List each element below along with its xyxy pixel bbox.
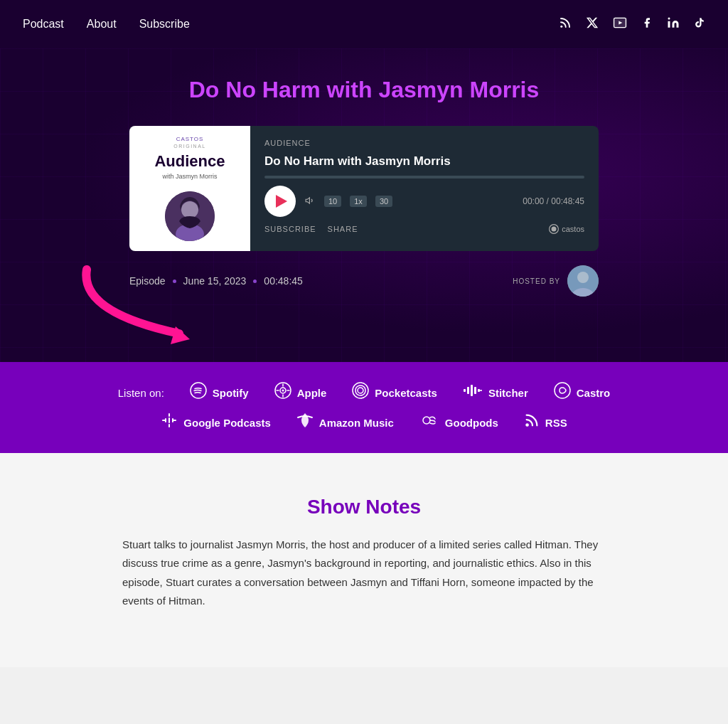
spotify-link[interactable]: Spotify (190, 382, 249, 403)
nav-subscribe[interactable]: Subscribe (139, 18, 190, 31)
facebook-icon[interactable] (641, 16, 653, 33)
svg-rect-32 (165, 418, 166, 422)
apple-label: Apple (297, 387, 327, 399)
player-actions: SUBSCRIBE SHARE castos (264, 224, 584, 234)
pocketcasts-icon (352, 382, 369, 403)
rss-feed-icon (524, 412, 540, 432)
player-content: Audience Do No Harm with Jasmyn Morris 1… (250, 126, 599, 251)
svg-point-3 (668, 17, 670, 19)
host-avatar (567, 265, 599, 297)
svg-point-35 (525, 423, 529, 427)
cover-original: Original (173, 144, 205, 149)
show-notes-section: Show Notes Stuart talks to journalist Ja… (0, 453, 728, 667)
svg-rect-24 (478, 389, 480, 392)
svg-point-17 (282, 390, 284, 392)
player-controls: 10 1x 30 00:00 / 00:48:45 (264, 186, 584, 217)
nav-podcast[interactable]: Podcast (23, 18, 64, 31)
castro-label: Castro (577, 387, 611, 399)
rss-icon[interactable] (559, 16, 572, 33)
nav-about[interactable]: About (87, 18, 117, 31)
speed-button[interactable]: 1x (350, 196, 367, 207)
svg-point-5 (181, 201, 198, 218)
google-podcasts-link[interactable]: Google Podcasts (161, 412, 271, 433)
svg-rect-21 (467, 387, 469, 394)
apple-podcasts-icon (274, 382, 291, 403)
rss-label: RSS (545, 417, 567, 429)
progress-bar[interactable] (264, 176, 584, 179)
spotify-icon (190, 382, 207, 403)
volume-icon[interactable] (304, 196, 316, 208)
player-cover: castos Original Audience with Jasmyn Mor… (129, 126, 250, 251)
apple-podcasts-link[interactable]: Apple (274, 382, 327, 403)
show-notes-body: Stuart talks to journalist Jasmyn Morris… (122, 536, 606, 610)
svg-point-0 (560, 25, 562, 27)
google-podcasts-icon (161, 412, 178, 433)
castos-label: castos (562, 225, 584, 233)
pink-arrow-icon (65, 262, 222, 355)
time-current: 00:00 (523, 196, 544, 206)
play-icon (276, 195, 287, 208)
navigation: Podcast About Subscribe (0, 0, 728, 48)
dot-separator-2 (253, 280, 257, 283)
svg-point-26 (555, 383, 570, 398)
listen-label: Listen on: (118, 387, 164, 399)
svg-rect-33 (172, 418, 173, 422)
player-time: 00:00 / 00:48:45 (523, 196, 584, 206)
cover-title: Audience (154, 153, 225, 170)
svg-rect-20 (464, 389, 466, 392)
youtube-icon[interactable] (613, 17, 627, 32)
svg-rect-22 (471, 385, 473, 396)
share-button[interactable]: SHARE (328, 225, 358, 233)
svg-rect-23 (474, 387, 476, 394)
svg-rect-31 (168, 417, 170, 423)
stitcher-icon (463, 383, 483, 402)
goodpods-icon (419, 412, 439, 433)
stitcher-link[interactable]: Stitcher (463, 383, 528, 402)
episode-duration: 00:48:45 (264, 275, 303, 287)
stitcher-label: Stitcher (488, 387, 528, 399)
amazon-music-label: Amazon Music (319, 417, 394, 429)
spotify-label: Spotify (213, 387, 249, 399)
player-card: castos Original Audience with Jasmyn Mor… (129, 126, 599, 251)
twitter-icon[interactable] (586, 16, 599, 33)
rewind-button[interactable]: 10 (324, 196, 341, 207)
goodpods-link[interactable]: Goodpods (419, 412, 498, 433)
arrow-decoration (23, 319, 705, 362)
nav-links: Podcast About Subscribe (23, 18, 190, 31)
listen-row-1: Listen on: Spotify Apple Pocketcasts (23, 382, 705, 403)
listen-band: Listen on: Spotify Apple Pocketcasts (0, 362, 728, 453)
nav-social (559, 16, 705, 33)
svg-rect-27 (168, 413, 170, 417)
cover-subtitle: with Jasmyn Morris (162, 173, 217, 180)
goodpods-label: Goodpods (445, 417, 498, 429)
svg-rect-25 (480, 390, 482, 391)
subscribe-button[interactable]: SUBSCRIBE (264, 225, 316, 233)
google-podcasts-label: Google Podcasts (183, 417, 271, 429)
play-button[interactable] (264, 186, 296, 217)
svg-point-19 (358, 388, 363, 393)
hero-section: Do No Harm with Jasmyn Morris castos Ori… (0, 48, 728, 362)
hero-title: Do No Harm with Jasmyn Morris (23, 77, 705, 103)
svg-point-11 (577, 272, 589, 283)
cover-brand: castos (176, 136, 204, 142)
forward-button[interactable]: 30 (375, 196, 392, 207)
show-notes-title: Show Notes (85, 496, 643, 518)
svg-marker-7 (306, 197, 309, 203)
castro-link[interactable]: Castro (554, 382, 611, 403)
castos-brand: castos (549, 224, 584, 234)
svg-point-9 (552, 227, 557, 232)
player-episode-title: Do No Harm with Jasmyn Morris (264, 154, 584, 169)
amazon-music-link[interactable]: Amazon Music (296, 412, 394, 433)
pocketcasts-label: Pocketcasts (375, 387, 437, 399)
pocketcasts-link[interactable]: Pocketcasts (352, 382, 437, 403)
linkedin-icon[interactable] (667, 16, 680, 33)
svg-rect-28 (168, 424, 170, 427)
tiktok-icon[interactable] (694, 16, 705, 33)
player-label: Audience (264, 139, 584, 147)
castro-icon (554, 382, 571, 403)
svg-point-34 (423, 417, 430, 424)
rss-feed-link[interactable]: RSS (524, 412, 567, 432)
hosted-by-label: HOSTED BY (513, 277, 560, 285)
amazon-music-icon (296, 412, 314, 433)
cover-avatar (165, 191, 215, 241)
